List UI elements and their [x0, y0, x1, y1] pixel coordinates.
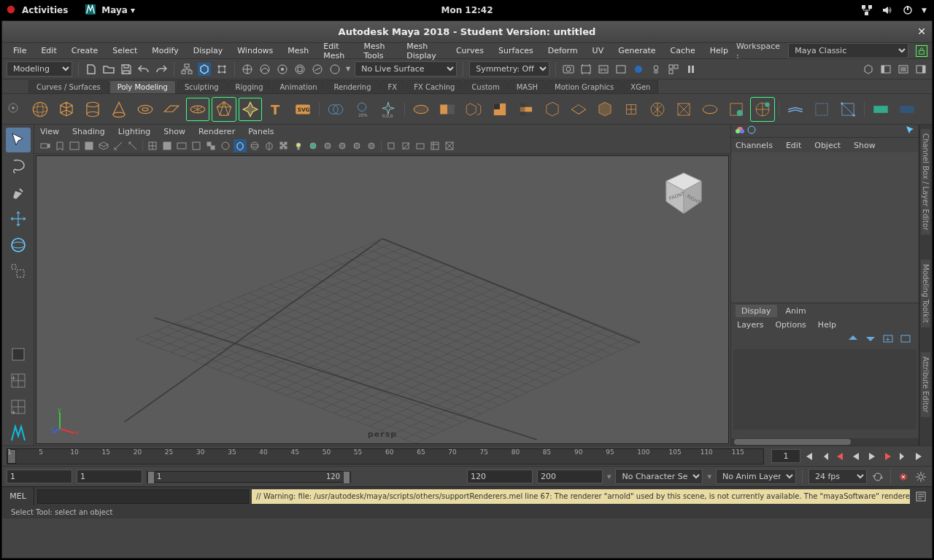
- range-slider[interactable]: 1 120: [147, 471, 351, 483]
- light-editor-icon[interactable]: [649, 63, 663, 76]
- side-tab-attributeeditor[interactable]: Attribute Editor: [921, 352, 930, 417]
- range-end-field[interactable]: [537, 470, 603, 483]
- fill-hole-icon[interactable]: [593, 98, 617, 121]
- character-set-select[interactable]: No Character Set: [615, 469, 703, 484]
- lasso-tool[interactable]: [6, 154, 31, 179]
- symmetry-select[interactable]: Symmetry: Off: [469, 61, 549, 77]
- cb-tab-object[interactable]: Object: [814, 141, 841, 150]
- move-tool[interactable]: [6, 206, 31, 231]
- opt-icon2[interactable]: ▾: [707, 472, 711, 481]
- bool-intersect-icon[interactable]: [462, 98, 485, 121]
- poly-type-icon[interactable]: T: [265, 98, 288, 121]
- menu-editmesh[interactable]: Edit Mesh: [317, 40, 355, 62]
- vp-dot4-icon[interactable]: [350, 139, 363, 152]
- script-editor-icon[interactable]: [914, 490, 927, 503]
- playback-end-field[interactable]: [467, 470, 533, 483]
- layer-down-icon[interactable]: [865, 332, 876, 346]
- poly-cylinder-icon[interactable]: [81, 98, 104, 121]
- network-icon[interactable]: [860, 4, 873, 17]
- sel-hierarchy-icon[interactable]: [180, 63, 193, 76]
- target-weld-icon[interactable]: [810, 98, 833, 121]
- command-input[interactable]: [37, 489, 249, 504]
- pref-icon[interactable]: [914, 470, 927, 483]
- shelf-tab-curves[interactable]: Curves / Surfaces: [28, 80, 109, 93]
- shelf-tab-rigging[interactable]: Rigging: [228, 80, 271, 93]
- vp-2d-icon[interactable]: [82, 139, 96, 152]
- multicut-icon[interactable]: [784, 98, 807, 121]
- shelf-tab-sculpting[interactable]: Sculpting: [177, 80, 227, 93]
- vp-tex-icon[interactable]: [204, 139, 217, 152]
- toolkit1-icon[interactable]: [869, 98, 892, 121]
- poly-sphere-icon[interactable]: [28, 98, 52, 121]
- shelf-tab-custom[interactable]: Custom: [463, 80, 507, 93]
- side-tab-modelingtoolkit[interactable]: Modeling Toolkit: [921, 260, 930, 327]
- poly-plane-icon[interactable]: [160, 98, 183, 121]
- poly-cone-icon[interactable]: [107, 98, 131, 121]
- snap-grid-icon[interactable]: [241, 63, 254, 76]
- poly-svg-icon[interactable]: SVG: [291, 98, 314, 121]
- menu-generate[interactable]: Generate: [611, 44, 662, 57]
- vp-menu-lighting[interactable]: Lighting: [118, 127, 150, 136]
- vp-shade3-icon[interactable]: [175, 139, 188, 152]
- vp-menu-show[interactable]: Show: [163, 127, 185, 136]
- render-frame-icon[interactable]: [579, 63, 593, 76]
- clock[interactable]: Mon 12:42: [441, 5, 493, 15]
- shelf-tab-xgen[interactable]: XGen: [622, 80, 658, 93]
- panel-toggle4-icon[interactable]: [914, 63, 927, 76]
- snap-projected-icon[interactable]: [293, 63, 306, 76]
- menu-modify[interactable]: Modify: [145, 44, 185, 57]
- autokey-icon[interactable]: [897, 470, 910, 483]
- viewport-persp[interactable]: // draw grid lines FRONT RIGHT x y z: [36, 155, 729, 444]
- shelf-tab-mash[interactable]: MASH: [509, 80, 546, 93]
- play-fwd-icon[interactable]: [865, 450, 879, 463]
- step-back-key-icon[interactable]: [817, 450, 831, 463]
- poly-superellipse-icon[interactable]: [239, 98, 262, 121]
- menu-surfaces[interactable]: Surfaces: [492, 44, 540, 57]
- layer-tab-anim[interactable]: Anim: [780, 305, 812, 317]
- cb-tab-edit[interactable]: Edit: [786, 141, 801, 150]
- subdiv-icon[interactable]: [698, 98, 722, 121]
- layer-newsel-icon[interactable]: [900, 332, 911, 346]
- render-settings-icon[interactable]: [614, 63, 628, 76]
- layer-menu-options[interactable]: Options: [775, 320, 806, 330]
- vp-exp1-icon[interactable]: [385, 139, 398, 152]
- collapse-icon[interactable]: [620, 98, 643, 121]
- workspace-select[interactable]: Maya Classic: [788, 43, 908, 58]
- combine-icon[interactable]: [324, 98, 347, 121]
- append-icon[interactable]: [567, 98, 590, 121]
- opt-icon[interactable]: ▾: [607, 472, 611, 481]
- layer-new-icon[interactable]: +: [882, 332, 894, 346]
- fps-select[interactable]: 24 fps: [808, 469, 867, 484]
- go-end-icon[interactable]: [913, 450, 927, 463]
- panel-toggle2-icon[interactable]: [879, 63, 892, 76]
- rotate-tool[interactable]: [6, 233, 31, 257]
- vp-menu-renderer[interactable]: Renderer: [198, 127, 235, 136]
- menu-help[interactable]: Help: [703, 44, 735, 57]
- lock-icon[interactable]: [916, 45, 927, 57]
- sel-object-icon[interactable]: [198, 63, 211, 76]
- layout-four-icon[interactable]: +: [6, 394, 31, 419]
- menu-mesh[interactable]: Mesh: [281, 44, 315, 57]
- mirror-icon[interactable]: [646, 98, 669, 121]
- vp-xray-icon[interactable]: [263, 139, 276, 152]
- last-tool[interactable]: [6, 342, 31, 367]
- render-view-icon[interactable]: [562, 63, 575, 76]
- cb-icon2[interactable]: [747, 125, 756, 136]
- vp-exp4-icon[interactable]: [428, 139, 441, 152]
- vp-menu-view[interactable]: View: [40, 127, 59, 136]
- snap-live-icon[interactable]: [328, 63, 341, 76]
- cb-tab-channels[interactable]: Channels: [736, 141, 773, 150]
- layer-tab-display[interactable]: Display: [736, 305, 777, 317]
- bool-diff-icon[interactable]: [436, 98, 459, 121]
- sel-component-icon[interactable]: [215, 63, 228, 76]
- toolkit2-icon[interactable]: [895, 98, 919, 121]
- range-start-field[interactable]: [7, 470, 72, 483]
- panel-toggle1-icon[interactable]: [862, 63, 875, 76]
- extrude-icon[interactable]: [488, 98, 512, 121]
- vp-bookmark-icon[interactable]: [53, 139, 66, 152]
- menuset-select[interactable]: Modeling: [7, 61, 72, 77]
- vp-wire-icon[interactable]: [190, 139, 203, 152]
- layer-menu-help[interactable]: Help: [818, 320, 836, 330]
- vp-light-icon[interactable]: [219, 139, 232, 152]
- dropdown-icon[interactable]: ▼: [346, 66, 350, 72]
